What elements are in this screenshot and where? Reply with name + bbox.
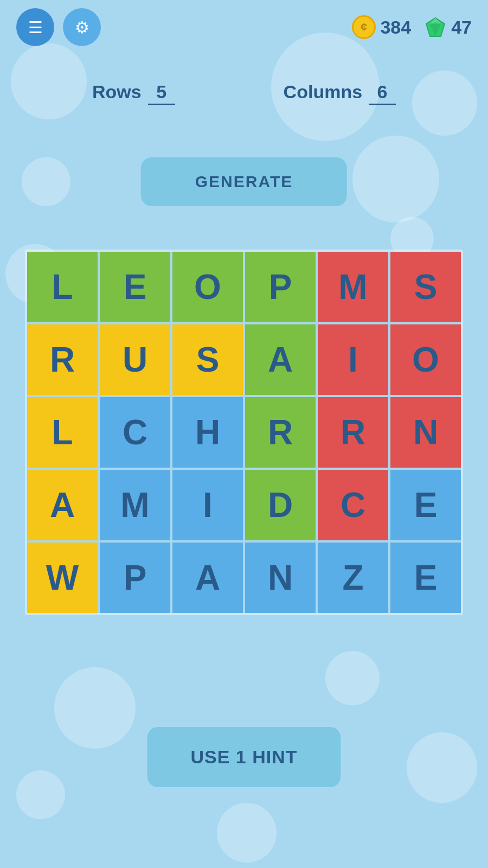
grid-cell[interactable]: P — [100, 542, 170, 613]
header-left: ☰ ⚙ — [16, 8, 101, 46]
header: ☰ ⚙ ¢ 384 47 — [0, 0, 488, 54]
grid-cell[interactable]: L — [27, 252, 98, 322]
grid-cell[interactable]: A — [172, 542, 243, 613]
grid-cell[interactable]: D — [245, 470, 316, 540]
gem-icon — [424, 16, 447, 39]
grid-cell[interactable]: C — [318, 470, 388, 540]
rows-label: Rows — [92, 81, 142, 103]
columns-control: Columns 6 — [284, 81, 396, 105]
columns-value[interactable]: 6 — [369, 81, 396, 105]
header-right: ¢ 384 47 — [352, 15, 472, 39]
settings-button[interactable]: ⚙ — [63, 8, 101, 46]
grid-cell[interactable]: C — [100, 397, 170, 468]
grid-cell[interactable]: R — [318, 397, 388, 468]
grid-cell[interactable]: A — [27, 470, 98, 540]
grid-cell[interactable]: R — [27, 324, 98, 395]
grid-cell[interactable]: R — [245, 397, 316, 468]
grid-cell[interactable]: A — [245, 324, 316, 395]
grid-cell[interactable]: I — [172, 470, 243, 540]
grid-cell[interactable]: N — [245, 542, 316, 613]
grid-cell[interactable]: W — [27, 542, 98, 613]
grid-cell[interactable]: E — [390, 470, 461, 540]
generate-button[interactable]: GENERATE — [141, 157, 347, 206]
grid-container: LEOPMSRUSAIOLCHRRNAMIDCEWPANZE — [25, 250, 463, 615]
grid-cell[interactable]: S — [172, 324, 243, 395]
grid-cell[interactable]: M — [100, 470, 170, 540]
rows-value[interactable]: 5 — [148, 81, 175, 105]
grid-cell[interactable]: E — [100, 252, 170, 322]
menu-icon: ☰ — [28, 18, 43, 37]
grid-cell[interactable]: L — [27, 397, 98, 468]
coin-display: ¢ 384 — [352, 15, 411, 39]
gem-display: 47 — [424, 16, 472, 39]
grid-cell[interactable]: O — [390, 324, 461, 395]
coin-count: 384 — [380, 17, 411, 38]
grid-cell[interactable]: O — [172, 252, 243, 322]
grid-cell[interactable]: Z — [318, 542, 388, 613]
gear-icon: ⚙ — [75, 18, 89, 37]
columns-label: Columns — [284, 81, 362, 103]
rows-control: Rows 5 — [92, 81, 175, 105]
grid-cell[interactable]: I — [318, 324, 388, 395]
use-hint-button[interactable]: USE 1 HINT — [147, 727, 341, 787]
grid-cell[interactable]: H — [172, 397, 243, 468]
coin-icon: ¢ — [352, 15, 376, 39]
grid-cell[interactable]: E — [390, 542, 461, 613]
grid-cell[interactable]: M — [318, 252, 388, 322]
grid-cell[interactable]: S — [390, 252, 461, 322]
controls: Rows 5 Columns 6 — [0, 71, 488, 116]
grid-cell[interactable]: U — [100, 324, 170, 395]
grid-cell[interactable]: P — [245, 252, 316, 322]
grid-cell[interactable]: N — [390, 397, 461, 468]
menu-button[interactable]: ☰ — [16, 8, 54, 46]
gem-count: 47 — [451, 17, 472, 38]
letter-grid: LEOPMSRUSAIOLCHRRNAMIDCEWPANZE — [25, 250, 463, 615]
